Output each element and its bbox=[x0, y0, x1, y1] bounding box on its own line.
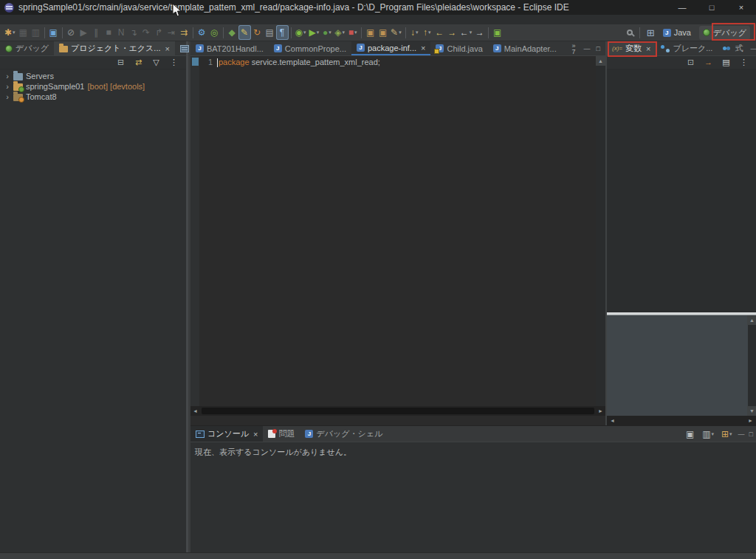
tree-item-servers[interactable]: › Servers bbox=[0, 71, 186, 81]
tab-package-info[interactable]: package-inf... × bbox=[351, 41, 430, 55]
tab-variables[interactable]: 変数 × bbox=[607, 41, 656, 55]
tab-problems[interactable]: 問題 bbox=[263, 426, 300, 442]
terminate-button[interactable]: ■ bbox=[103, 25, 115, 40]
layout-button[interactable]: ▤ bbox=[720, 57, 732, 68]
maximize-editor-button[interactable]: □ bbox=[594, 45, 602, 52]
variables-tree-area[interactable] bbox=[607, 69, 756, 312]
minimize-button[interactable]: — bbox=[667, 0, 697, 15]
mark-occurrences-button[interactable]: ✎ bbox=[238, 25, 251, 40]
debug-last-button[interactable]: ◆ bbox=[226, 25, 238, 40]
minimize-editor-button[interactable]: — bbox=[582, 45, 593, 52]
maximize-view-button[interactable]: □ bbox=[749, 431, 753, 438]
scroll-right-icon[interactable]: ► bbox=[596, 408, 605, 414]
detail-vertical-scrollbar[interactable]: ▲ ▼ bbox=[748, 315, 756, 416]
close-icon[interactable]: × bbox=[421, 44, 425, 52]
scroll-right-icon[interactable]: ► bbox=[746, 418, 755, 423]
show-whitespace-button[interactable]: ¶ bbox=[276, 25, 289, 40]
drop-to-frame-button[interactable]: ⇥ bbox=[165, 25, 178, 40]
tab-debug-shell[interactable]: デバッグ・シェル bbox=[300, 426, 388, 442]
dropdown-arrow-icon[interactable]: ▾ bbox=[470, 30, 472, 35]
java-perspective-button[interactable]: Java bbox=[659, 26, 695, 40]
dropdown-arrow-icon[interactable]: ▾ bbox=[354, 30, 357, 35]
scrollbar-thumb[interactable] bbox=[202, 408, 594, 414]
new-wizard-button[interactable]: ✱ ▾ bbox=[3, 25, 17, 40]
tab-bat201handl[interactable]: BAT201Handl... bbox=[190, 41, 269, 55]
last-edit-button[interactable]: ↓ ▾ bbox=[408, 25, 421, 40]
forward-button[interactable]: → bbox=[473, 25, 486, 40]
editor-horizontal-scrollbar[interactable]: ◄ ► bbox=[190, 406, 605, 416]
dropdown-arrow-icon[interactable]: ▾ bbox=[317, 30, 320, 35]
suspend-button[interactable]: ∥ bbox=[90, 25, 103, 40]
variable-detail-pane[interactable] bbox=[607, 315, 748, 416]
save-all-button[interactable]: ▥ bbox=[30, 25, 42, 40]
debug-button[interactable]: ● ▾ bbox=[320, 25, 333, 40]
new-launch-button[interactable]: ◉ ▾ bbox=[294, 25, 308, 40]
resume-button[interactable]: ▶ bbox=[78, 25, 90, 40]
open-perspective-button[interactable]: ⊞ bbox=[647, 27, 655, 38]
view-menu-button[interactable]: ⋮ bbox=[168, 57, 180, 68]
save-button[interactable]: ▦ bbox=[17, 25, 30, 40]
tab-overflow-button[interactable]: » 7 bbox=[568, 43, 580, 55]
dropdown-arrow-icon[interactable]: ▾ bbox=[303, 30, 306, 35]
scroll-up-icon[interactable]: ▲ bbox=[747, 315, 756, 325]
code-text[interactable]: package service.template_pattem_xml_read… bbox=[213, 56, 596, 416]
dropdown-arrow-icon[interactable]: ▾ bbox=[13, 30, 16, 35]
console-window-button[interactable]: ▣ bbox=[47, 25, 60, 40]
skip-breakpoints-button[interactable]: ⊘ bbox=[65, 25, 78, 40]
tree-item-springsample01[interactable]: › springSample01 [boot] [devtools] bbox=[0, 81, 186, 92]
step-filters-button[interactable]: ⇉ bbox=[178, 25, 190, 40]
show-logical-structure-button[interactable]: ⊡ bbox=[684, 57, 697, 68]
search-icon[interactable] bbox=[627, 30, 633, 35]
dropdown-arrow-icon[interactable]: ▾ bbox=[329, 30, 331, 35]
debug-perspective-button[interactable]: デバッグ bbox=[699, 26, 750, 40]
close-icon[interactable]: × bbox=[253, 430, 258, 439]
minimize-view-button[interactable]: — bbox=[748, 45, 756, 52]
marker-pencil-button[interactable]: ✎ ▾ bbox=[389, 25, 403, 40]
tab-project-explorer[interactable]: プロジェクト・エクス... × bbox=[54, 41, 175, 55]
coverage-button[interactable]: ◈ ▾ bbox=[333, 25, 346, 40]
tab-commonprope[interactable]: CommonPrope... bbox=[269, 41, 351, 55]
goto-edit-button[interactable]: ↑ ▾ bbox=[421, 25, 433, 40]
scroll-left-icon[interactable]: ◄ bbox=[190, 408, 200, 414]
step-return-button[interactable]: ↱ bbox=[153, 25, 165, 40]
close-icon[interactable]: × bbox=[165, 44, 170, 53]
tab-expressions[interactable]: 式 bbox=[718, 41, 748, 55]
page-button[interactable]: ▤ bbox=[264, 25, 276, 40]
close-icon[interactable]: × bbox=[646, 44, 650, 53]
tab-console[interactable]: コンソール × bbox=[190, 426, 263, 442]
scroll-left-icon[interactable]: ◄ bbox=[608, 418, 617, 423]
open-resource-button[interactable]: ▣ bbox=[377, 25, 389, 40]
step-into-button[interactable]: ↴ bbox=[128, 25, 140, 40]
show-type-names-button[interactable]: → bbox=[702, 57, 715, 68]
open-type-button[interactable]: ▣ bbox=[364, 25, 377, 40]
tab-mainadapter[interactable]: MainAdapter... bbox=[488, 41, 562, 55]
expand-chevron-icon[interactable]: › bbox=[4, 82, 10, 91]
expand-chevron-icon[interactable]: › bbox=[4, 92, 10, 101]
filter-button[interactable]: ▽ bbox=[150, 57, 162, 68]
dropdown-arrow-icon[interactable]: ▾ bbox=[399, 30, 402, 35]
step-over-button[interactable]: ↷ bbox=[140, 25, 153, 40]
editor-vertical-scrollbar[interactable]: ▲ ▼ bbox=[596, 56, 605, 416]
tab-debug-view[interactable]: デバッグ bbox=[0, 41, 54, 55]
dropdown-arrow-icon[interactable]: ▾ bbox=[343, 30, 346, 35]
tab-child-java[interactable]: Child.java bbox=[430, 41, 487, 55]
tree-item-tomcat8[interactable]: › Tomcat8 bbox=[0, 92, 186, 102]
profile-button[interactable]: ■ ▾ bbox=[346, 25, 359, 40]
code-editor[interactable]: 1 package service.template_pattem_xml_re… bbox=[190, 56, 605, 416]
detail-horizontal-scrollbar[interactable]: ◄ ► bbox=[607, 416, 756, 425]
back-alt-icon[interactable]: ← bbox=[433, 25, 446, 40]
disconnect-button[interactable]: N bbox=[115, 25, 128, 40]
minimize-view-button[interactable]: — bbox=[738, 431, 745, 438]
close-button[interactable]: × bbox=[726, 0, 756, 15]
back-button[interactable]: ← ▾ bbox=[458, 25, 474, 40]
run-button[interactable]: ▶ ▾ bbox=[308, 25, 321, 40]
maximize-button[interactable]: □ bbox=[697, 0, 726, 15]
dropdown-arrow-icon[interactable]: ▾ bbox=[428, 30, 431, 35]
scroll-down-icon[interactable]: ▼ bbox=[747, 406, 756, 416]
view-menu-button[interactable]: ⋮ bbox=[738, 57, 750, 68]
refresh-page-button[interactable]: ↻ bbox=[251, 25, 264, 40]
expand-chevron-icon[interactable]: › bbox=[4, 72, 10, 80]
gear-icon[interactable]: ⚙ bbox=[196, 25, 208, 40]
dropdown-arrow-icon[interactable]: ▾ bbox=[416, 30, 419, 35]
display-console-button[interactable]: ▥ ▾ bbox=[701, 427, 715, 442]
